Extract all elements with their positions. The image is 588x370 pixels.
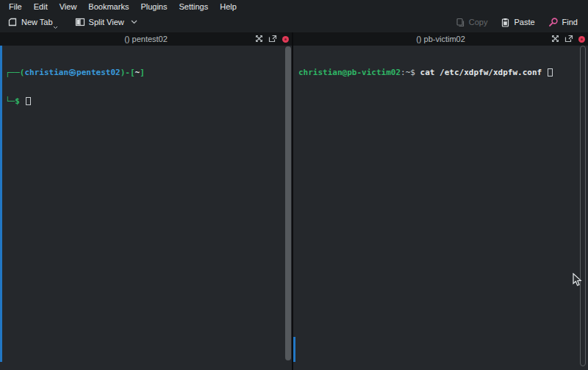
pane-header-bar: () pentest02 () pb-victim02 [0,32,588,46]
new-tab-dropdown-caret-icon [53,26,58,29]
copy-button[interactable]: Copy [456,18,488,27]
menu-file[interactable]: File [3,1,28,12]
menu-edit[interactable]: Edit [28,1,54,12]
menu-settings[interactable]: Settings [173,1,214,12]
left-pane-scroll-indicator[interactable] [0,46,2,362]
terminal-cursor [26,97,31,105]
right-pane-scrollbar[interactable] [580,46,586,366]
close-view-button[interactable] [282,36,289,43]
pane-title-right: () pb-victim02 [416,35,465,43]
prompt-line-1: ┌──(christian㉿pentest02)-[~] [5,68,284,77]
detach-view-icon[interactable] [268,35,277,44]
pane-header-pb-victim02[interactable]: () pb-victim02 [293,32,588,46]
right-pane-scroll-indicator[interactable] [293,337,295,362]
maximize-view-icon[interactable] [551,35,559,44]
menubar: File Edit View Bookmarks Plugins Setting… [0,0,588,13]
left-pane-scrollbar[interactable] [285,46,291,360]
maximize-view-icon[interactable] [255,35,263,44]
new-tab-button[interactable]: New Tab [7,17,53,27]
mouse-cursor-icon [573,273,583,290]
find-label: Find [562,18,578,26]
prompt-line: christian@pb-victim02:~$ cat /etc/xdpfw/… [298,68,579,77]
menu-help[interactable]: Help [214,1,243,12]
pane-title-left: () pentest02 [124,35,168,43]
detach-view-icon[interactable] [564,35,573,44]
terminal-cursor [548,68,553,77]
split-view-icon [75,17,85,27]
close-view-button[interactable] [578,36,585,43]
terminal-pentest02[interactable]: ┌──(christian㉿pentest02)-[~] └─$ [0,46,292,370]
toolbar: New Tab Split View Copy [0,13,588,32]
menu-view[interactable]: View [54,1,83,12]
split-view-label: Split View [89,18,124,26]
copy-icon [456,18,465,27]
menu-bookmarks[interactable]: Bookmarks [82,1,135,12]
copy-label: Copy [469,18,488,26]
paste-icon [501,18,510,27]
paste-button[interactable]: Paste [501,18,534,27]
menu-plugins[interactable]: Plugins [135,1,173,12]
find-button[interactable]: Find [548,17,578,27]
terminal-pb-victim02[interactable]: christian@pb-victim02:~$ cat /etc/xdpfw/… [293,46,588,370]
new-tab-icon [7,17,18,27]
split-view-button[interactable]: Split View [75,17,137,27]
pane-header-pentest02[interactable]: () pentest02 [0,32,292,46]
new-tab-label: New Tab [21,18,53,26]
paste-label: Paste [514,18,534,26]
prompt-line-2: └─$ [5,96,284,106]
find-icon [548,17,559,27]
split-view-chevron-down-icon [131,20,137,24]
